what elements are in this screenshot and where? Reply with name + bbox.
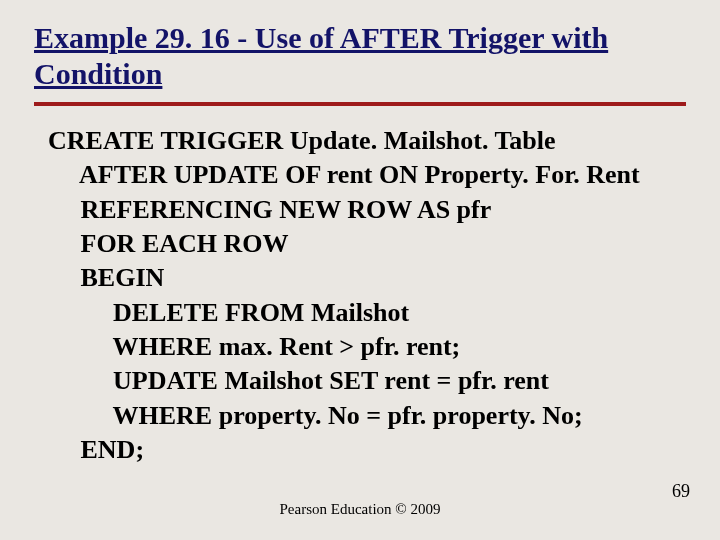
code-line: CREATE TRIGGER Update. Mailshot. Table — [48, 126, 556, 155]
code-line: REFERENCING NEW ROW AS pfr — [81, 195, 492, 224]
code-line: DELETE FROM Mailshot — [113, 298, 409, 327]
code-line: BEGIN — [81, 263, 165, 292]
slide: Example 29. 16 - Use of AFTER Trigger wi… — [0, 0, 720, 540]
code-line: AFTER UPDATE OF rent ON Property. For. R… — [79, 160, 640, 189]
code-line: UPDATE Mailshot SET rent = pfr. rent — [113, 366, 549, 395]
code-line: WHERE max. Rent > pfr. rent; — [113, 332, 461, 361]
code-block: CREATE TRIGGER Update. Mailshot. Table A… — [48, 124, 686, 467]
slide-title: Example 29. 16 - Use of AFTER Trigger wi… — [34, 20, 686, 98]
title-line-1: Example 29. 16 - Use of AFTER Trigger wi… — [34, 21, 608, 54]
title-rule — [34, 102, 686, 106]
code-line: WHERE property. No = pfr. property. No; — [113, 401, 583, 430]
footer-copyright: Pearson Education © 2009 — [0, 501, 720, 518]
page-number: 69 — [672, 481, 690, 502]
code-line: FOR EACH ROW — [81, 229, 289, 258]
code-line: END; — [81, 435, 145, 464]
title-line-2: Condition — [34, 57, 162, 90]
